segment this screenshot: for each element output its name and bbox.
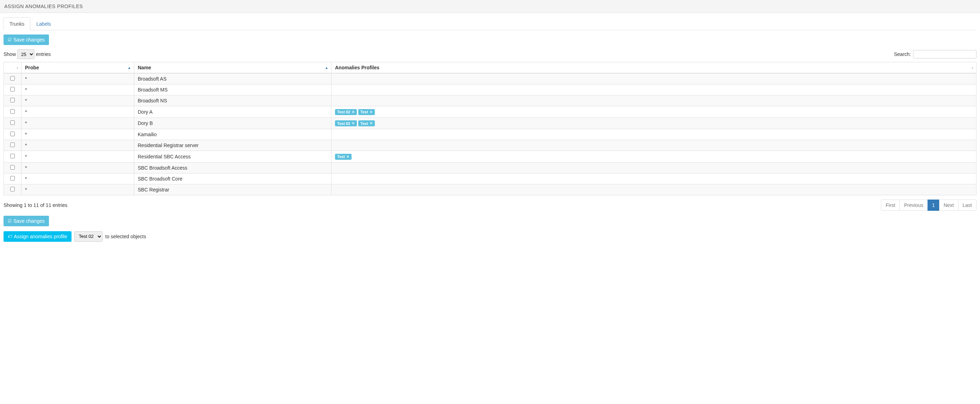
row-name-cell: Broadsoft NS — [134, 95, 331, 106]
row-profiles-cell — [331, 173, 977, 184]
column-label: Name — [138, 65, 151, 70]
row-checkbox[interactable] — [10, 143, 15, 147]
page-title: ASSIGN ANOMALIES PROFILES — [4, 3, 976, 9]
profile-tag: Test✕ — [358, 120, 375, 126]
row-checkbox[interactable] — [10, 76, 15, 81]
column-header-profiles[interactable]: Anomalies Profiles ♦ — [331, 62, 977, 74]
table-row: *Broadsoft AS — [4, 73, 977, 84]
row-probe-cell: * — [21, 117, 134, 129]
save-changes-button-top[interactable]: ☑ Save changes — [3, 35, 49, 45]
column-header-checkbox[interactable]: ♦ — [4, 62, 21, 74]
profile-tag-label: Test 02 — [337, 110, 350, 114]
row-probe-cell: * — [21, 162, 134, 173]
page-number-button[interactable]: 1 — [928, 200, 940, 211]
row-probe-cell: * — [21, 129, 134, 140]
assign-profile-select[interactable]: Test 02 — [74, 231, 102, 242]
row-checkbox[interactable] — [10, 120, 15, 125]
row-profiles-cell — [331, 95, 977, 106]
profile-tag: Test 02✕ — [335, 120, 357, 126]
tab-labels[interactable]: Labels — [30, 17, 57, 30]
row-checkbox-cell — [4, 173, 21, 184]
row-probe-cell: * — [21, 173, 134, 184]
data-table: ♦ Probe ▲ Name ▲ Anomalies Profiles ♦ *B… — [3, 62, 977, 195]
row-checkbox-cell — [4, 140, 21, 151]
table-row: *Broadsoft MS — [4, 84, 977, 95]
row-checkbox[interactable] — [10, 187, 15, 192]
profile-tag: Test 02✕ — [335, 109, 357, 115]
remove-tag-icon[interactable]: ✕ — [352, 110, 355, 114]
remove-tag-icon[interactable]: ✕ — [369, 121, 373, 126]
page-previous-button[interactable]: Previous — [899, 200, 928, 211]
check-icon: ☑ — [8, 219, 12, 223]
table-row: *Residential SBC AccessTest✕ — [4, 151, 977, 163]
row-checkbox-cell — [4, 117, 21, 129]
row-checkbox[interactable] — [10, 165, 15, 170]
button-label: Assign anomalies profile — [14, 234, 67, 239]
row-checkbox[interactable] — [10, 109, 15, 114]
page-first-button[interactable]: First — [881, 200, 900, 211]
row-profiles-cell — [331, 162, 977, 173]
row-name-cell: SBC Broadsoft Core — [134, 173, 331, 184]
row-name-cell: Dory B — [134, 117, 331, 129]
row-profiles-cell — [331, 140, 977, 151]
row-profiles-cell: Test✕ — [331, 151, 977, 163]
search-input[interactable] — [913, 50, 977, 59]
search-control: Search: — [894, 50, 977, 59]
row-probe-cell: * — [21, 140, 134, 151]
row-checkbox-cell — [4, 106, 21, 118]
column-label: Anomalies Profiles — [335, 65, 379, 70]
row-checkbox[interactable] — [10, 131, 15, 136]
table-row: *Residential Registrar server — [4, 140, 977, 151]
row-name-cell: Dory A — [134, 106, 331, 118]
save-changes-button-bottom[interactable]: ☑ Save changes — [3, 216, 49, 226]
row-probe-cell: * — [21, 73, 134, 84]
row-checkbox[interactable] — [10, 154, 15, 158]
assign-suffix-text: to selected objects — [105, 234, 146, 239]
tab-trunks[interactable]: Trunks — [3, 17, 30, 30]
entries-select[interactable]: 25 — [17, 49, 35, 59]
row-name-cell: Residential Registrar server — [134, 140, 331, 151]
tab-label: Trunks — [10, 21, 24, 27]
sort-icon: ♦ — [972, 66, 973, 70]
row-profiles-cell — [331, 84, 977, 95]
profile-tag-label: Test 02 — [337, 121, 350, 126]
remove-tag-icon[interactable]: ✕ — [346, 154, 350, 159]
showing-entries-text: Showing 1 to 11 of 11 entries — [3, 202, 67, 208]
row-checkbox-cell — [4, 95, 21, 106]
row-name-cell: Kamailio — [134, 129, 331, 140]
row-profiles-cell — [331, 184, 977, 195]
entries-label: entries — [36, 51, 51, 57]
column-header-probe[interactable]: Probe ▲ — [21, 62, 134, 74]
row-probe-cell: * — [21, 151, 134, 163]
row-checkbox[interactable] — [10, 98, 15, 102]
remove-tag-icon[interactable]: ✕ — [352, 121, 355, 126]
row-name-cell: Residential SBC Access — [134, 151, 331, 163]
search-label: Search: — [894, 51, 911, 57]
row-profiles-cell — [331, 129, 977, 140]
row-checkbox-cell — [4, 151, 21, 163]
table-row: *Kamailio — [4, 129, 977, 140]
table-row: *SBC Broadsoft Access — [4, 162, 977, 173]
tab-label: Labels — [36, 21, 51, 27]
profile-tag: Test✕ — [335, 154, 352, 160]
show-entries-control: Show 25 entries — [3, 49, 51, 59]
column-header-name[interactable]: Name ▲ — [134, 62, 331, 74]
column-label: Probe — [25, 65, 39, 70]
pagination: First Previous 1 Next Last — [881, 200, 977, 211]
page-next-button[interactable]: Next — [939, 200, 959, 211]
page-header: ASSIGN ANOMALIES PROFILES — [0, 0, 980, 13]
table-row: *Dory BTest 02✕Test✕ — [4, 117, 977, 129]
row-checkbox[interactable] — [10, 176, 15, 181]
row-checkbox[interactable] — [10, 87, 15, 92]
remove-tag-icon[interactable]: ✕ — [369, 110, 373, 114]
page-last-button[interactable]: Last — [958, 200, 977, 211]
assign-profile-button[interactable]: 🏷 Assign anomalies profile — [3, 231, 72, 242]
profile-tag: Test✕ — [358, 109, 375, 115]
button-label: Save changes — [13, 37, 45, 43]
row-checkbox-cell — [4, 84, 21, 95]
row-profiles-cell: Test 02✕Test✕ — [331, 117, 977, 129]
check-icon: ☑ — [8, 37, 12, 42]
row-probe-cell: * — [21, 84, 134, 95]
row-name-cell: SBC Broadsoft Access — [134, 162, 331, 173]
sort-asc-icon: ▲ — [127, 66, 131, 70]
